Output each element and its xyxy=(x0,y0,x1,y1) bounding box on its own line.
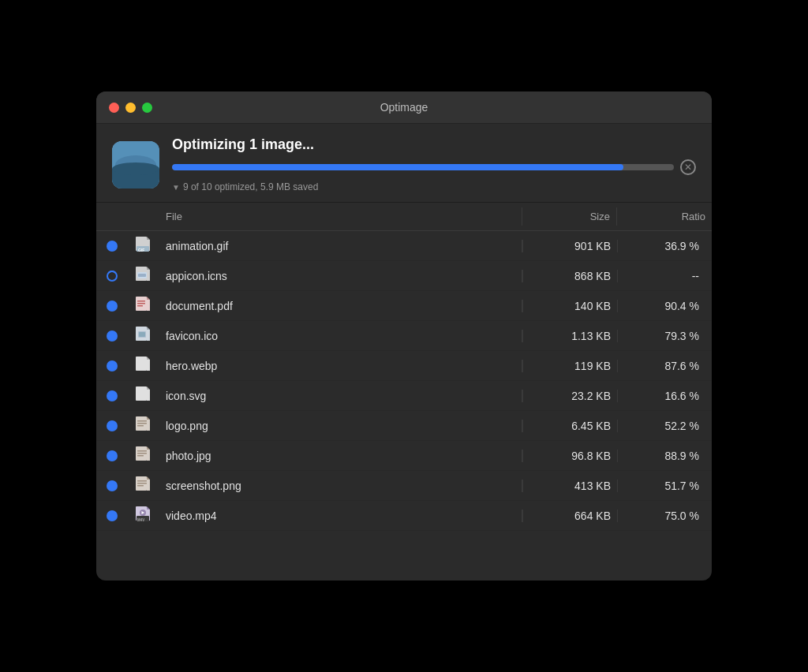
done-indicator xyxy=(107,480,118,491)
optimizing-title: Optimizing 1 image... xyxy=(172,136,696,153)
main-window: Optimage Optimizing 1 image... ✕ xyxy=(96,91,712,581)
table-row[interactable]: photo.jpg96.8 KB88.9 % xyxy=(96,441,712,471)
svg-point-4 xyxy=(112,162,159,175)
file-type-icon: M4V xyxy=(135,506,152,526)
table-header: File Size Ratio xyxy=(96,203,712,231)
svg-rect-41 xyxy=(137,450,147,452)
file-icon: M4V xyxy=(128,506,159,526)
file-type-icon xyxy=(135,356,152,376)
table-row[interactable]: M4V video.mp4664 KB75.0 % xyxy=(96,501,712,531)
done-indicator xyxy=(107,390,118,401)
col-icon-header xyxy=(128,207,159,226)
file-size: 6.45 KB xyxy=(522,420,617,432)
file-size: 119 KB xyxy=(522,360,617,372)
svg-marker-16 xyxy=(147,297,150,300)
table-rows: GIF animation.gif901 KB36.9 % appicon.ic… xyxy=(96,231,712,531)
file-name: icon.svg xyxy=(159,390,522,402)
done-indicator xyxy=(107,450,118,461)
svg-rect-43 xyxy=(137,455,144,457)
file-size: 23.2 KB xyxy=(522,390,617,402)
file-type-icon xyxy=(135,416,152,436)
cancel-button[interactable]: ✕ xyxy=(680,159,696,175)
file-icon xyxy=(128,446,159,466)
svg-marker-6 xyxy=(147,237,150,240)
table-row[interactable]: icon.svg23.2 KB16.6 % xyxy=(96,381,712,411)
app-icon-svg xyxy=(112,141,159,189)
table-row[interactable]: hero.webp119 KB87.6 % xyxy=(96,351,712,381)
svg-marker-45 xyxy=(147,476,150,480)
titlebar: Optimage xyxy=(96,91,712,124)
progress-arrow-icon: ▼ xyxy=(172,183,180,192)
svg-marker-30 xyxy=(147,386,150,390)
status-dot xyxy=(96,360,128,371)
status-dot xyxy=(96,420,128,431)
svg-marker-51 xyxy=(147,506,150,510)
status-dot xyxy=(96,241,128,252)
file-icon xyxy=(128,266,159,286)
svg-marker-22 xyxy=(147,327,150,330)
traffic-lights xyxy=(109,103,152,113)
svg-rect-26 xyxy=(136,357,147,371)
file-icon xyxy=(128,386,159,406)
file-size: 1.13 KB xyxy=(522,330,617,342)
svg-rect-40 xyxy=(147,450,150,461)
file-name: photo.jpg xyxy=(159,450,522,462)
file-name: appicon.icns xyxy=(159,270,522,282)
done-indicator xyxy=(107,360,118,371)
svg-marker-39 xyxy=(147,446,150,450)
file-type-icon xyxy=(135,296,152,316)
status-dot xyxy=(96,390,128,401)
file-name: document.pdf xyxy=(159,300,522,312)
maximize-button[interactable] xyxy=(142,103,152,113)
table-row[interactable]: appicon.icns868 KB-- xyxy=(96,261,712,291)
file-type-icon xyxy=(135,446,152,466)
svg-rect-46 xyxy=(147,480,150,491)
svg-rect-28 xyxy=(147,360,150,371)
col-size-header: Size xyxy=(522,207,617,226)
file-ratio: -- xyxy=(617,270,712,282)
file-ratio: 52.2 % xyxy=(617,420,712,432)
file-ratio: 90.4 % xyxy=(617,300,712,312)
svg-rect-25 xyxy=(139,332,145,337)
svg-rect-18 xyxy=(137,301,145,302)
status-dot xyxy=(96,271,128,282)
file-size: 140 KB xyxy=(522,300,617,312)
header-content: Optimizing 1 image... ✕ ▼ 9 of 10 optimi… xyxy=(172,136,696,192)
done-indicator xyxy=(107,330,118,342)
col-status-header xyxy=(96,207,128,226)
file-size: 96.8 KB xyxy=(522,450,617,462)
file-ratio: 51.7 % xyxy=(617,480,712,492)
svg-rect-49 xyxy=(137,485,144,487)
progress-row: ✕ xyxy=(172,159,696,175)
table-row[interactable]: screenshot.png413 KB51.7 % xyxy=(96,471,712,501)
svg-text:GIF: GIF xyxy=(138,248,144,252)
status-dot xyxy=(96,301,128,312)
table-row[interactable]: GIF animation.gif901 KB36.9 % xyxy=(96,231,712,261)
close-button[interactable] xyxy=(109,103,119,113)
app-icon xyxy=(112,141,159,189)
done-indicator xyxy=(107,510,118,521)
file-name: animation.gif xyxy=(159,240,522,252)
file-name: favicon.ico xyxy=(159,330,522,342)
file-icon: GIF xyxy=(128,236,159,256)
minimize-button[interactable] xyxy=(125,103,136,113)
file-icon xyxy=(128,356,159,376)
file-ratio: 16.6 % xyxy=(617,390,712,402)
file-icon xyxy=(128,476,159,496)
svg-rect-47 xyxy=(137,480,147,482)
table-row[interactable]: logo.png6.45 KB52.2 % xyxy=(96,411,712,441)
progress-text: 9 of 10 optimized, 5.9 MB saved xyxy=(183,181,318,192)
table-row[interactable]: document.pdf140 KB90.4 % xyxy=(96,291,712,321)
col-file-header: File xyxy=(159,207,522,226)
table-row[interactable]: favicon.ico1.13 KB79.3 % xyxy=(96,321,712,351)
done-indicator xyxy=(107,420,118,431)
file-type-icon xyxy=(135,326,152,346)
file-ratio: 87.6 % xyxy=(617,360,712,372)
file-size: 664 KB xyxy=(522,510,617,522)
file-name: video.mp4 xyxy=(159,510,522,522)
file-type-icon: GIF xyxy=(135,236,152,256)
progress-bar-container xyxy=(172,164,674,170)
svg-rect-36 xyxy=(137,423,147,424)
file-type-icon xyxy=(135,476,152,496)
file-name: hero.webp xyxy=(159,360,522,372)
